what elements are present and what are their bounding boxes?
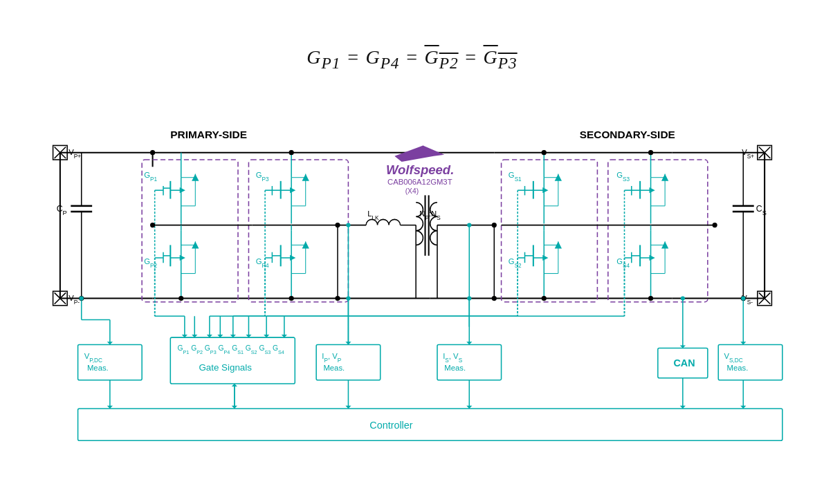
formula: GP1 = GP4 = GP2 = GP3 xyxy=(306,46,517,73)
circuit-diagram: VP+ VP- VS+ VS- PRIMARY-SIDE SECONDARY-S… xyxy=(39,85,786,458)
junction-top-gp3 xyxy=(289,150,293,155)
junction-bot-gs4 xyxy=(648,296,652,301)
vs-dc-meas-label: Meas. xyxy=(726,364,748,372)
cyan-dot-can xyxy=(680,296,684,300)
junction-primary-mid-left xyxy=(149,223,154,227)
cyan-dot-vsdc xyxy=(741,296,745,300)
cyan-dot-is xyxy=(467,223,471,227)
cyan-dot-vs xyxy=(467,296,471,300)
junction-bot-gp2 xyxy=(178,296,183,301)
cyan-dot-ip xyxy=(346,223,350,227)
svg-rect-0 xyxy=(39,85,786,455)
secondary-side-label: SECONDARY-SIDE xyxy=(579,129,675,140)
quantity-label: (X4) xyxy=(405,187,418,195)
junction-bot-gp4 xyxy=(289,296,293,301)
junction-primary-bot-right xyxy=(335,296,340,301)
main-container: GP1 = GP4 = GP2 = GP3 xyxy=(32,39,793,464)
junction-bot-gs2 xyxy=(541,296,546,301)
wolfspeed-logo: Wolfspeed. xyxy=(385,162,453,176)
junction-top-gs1 xyxy=(541,150,546,155)
ip-vp-meas-label: Meas. xyxy=(323,364,345,372)
junction-secondary-bot-left xyxy=(491,296,496,301)
junction-primary-mid-right xyxy=(335,223,340,227)
cyan-dot-vp2 xyxy=(346,296,350,300)
junction-top-gs3 xyxy=(648,150,652,155)
circuit-svg: VP+ VP- VS+ VS- PRIMARY-SIDE SECONDARY-S… xyxy=(39,85,786,455)
gate-signals-label: Gate Signals xyxy=(199,362,252,373)
part-number-label: CAB006A12GM3T xyxy=(387,178,452,186)
junction-primary-top-left xyxy=(149,150,154,155)
primary-side-label: PRIMARY-SIDE xyxy=(170,129,247,140)
controller-label: Controller xyxy=(369,420,413,431)
can-label: CAN xyxy=(673,357,695,368)
is-vs-meas-label: Meas. xyxy=(444,364,466,372)
junction-secondary-mid-left xyxy=(491,223,496,227)
junction-secondary-mid-right xyxy=(712,223,717,227)
cyan-dot-vp xyxy=(79,296,83,300)
vp-dc-meas-label: Meas. xyxy=(86,364,108,372)
